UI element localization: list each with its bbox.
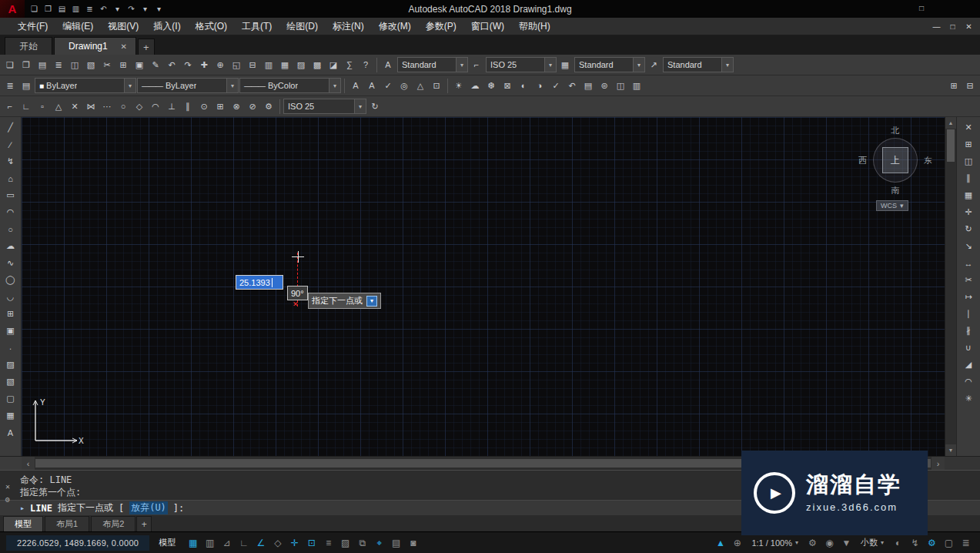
- chevron-down-icon[interactable]: ▾: [124, 79, 135, 92]
- selection-cycling-toggle[interactable]: ⧉: [354, 535, 370, 551]
- snap-nearest-icon[interactable]: ⊗: [229, 99, 244, 115]
- menu-insert[interactable]: 插入(I): [146, 18, 187, 35]
- dynamic-input-distance-field[interactable]: 25.1393: [236, 275, 283, 290]
- array-tool-icon[interactable]: ▦: [960, 187, 977, 203]
- hardware-acceleration-toggle[interactable]: ⚙: [924, 535, 940, 551]
- wcs-dropdown[interactable]: WCS ▾: [876, 200, 908, 211]
- undo-dropdown-icon[interactable]: ▾: [111, 2, 124, 15]
- dynamic-input-toggle[interactable]: ⌖: [371, 535, 387, 551]
- make-block-tool-icon[interactable]: ▣: [2, 323, 19, 339]
- sheet-set-manager-icon[interactable]: ▩: [309, 57, 325, 73]
- transparency-toggle[interactable]: ▨: [337, 535, 353, 551]
- chevron-down-icon[interactable]: ▾: [226, 79, 238, 92]
- style-icon[interactable]: ↗: [646, 57, 661, 73]
- property-combo-field[interactable]: ——— ByColor ▾: [239, 78, 341, 93]
- layout-tab-2[interactable]: 布局2: [91, 516, 135, 531]
- menu-dimension[interactable]: 标注(N): [326, 18, 371, 35]
- save-as-icon[interactable]: ▥: [69, 2, 82, 15]
- workspace-switching-toggle[interactable]: ⚙: [804, 535, 821, 551]
- properties-icon[interactable]: ▥: [261, 57, 276, 73]
- layer-filter-icon[interactable]: ▤: [18, 78, 34, 94]
- plot-preview-icon[interactable]: ◫: [67, 57, 82, 73]
- polyline-tool-icon[interactable]: ↯: [2, 153, 19, 169]
- snap-midpoint-icon[interactable]: △: [51, 99, 66, 115]
- designcenter-icon[interactable]: ▦: [277, 57, 293, 73]
- viewcube-south-label[interactable]: 南: [858, 185, 932, 196]
- clean-screen-toggle[interactable]: ▢: [941, 535, 957, 551]
- arc-tool-icon[interactable]: ◠: [2, 204, 19, 220]
- chevron-down-icon[interactable]: ▾: [633, 58, 644, 72]
- cut-icon[interactable]: ✂: [99, 57, 115, 73]
- layer-off-icon[interactable]: ☁: [467, 78, 483, 94]
- menu-draw[interactable]: 绘图(D): [279, 18, 325, 35]
- layer-states-icon[interactable]: ▤: [580, 78, 596, 94]
- layout-tab-1[interactable]: 布局1: [45, 516, 89, 531]
- scroll-down-icon[interactable]: ▼: [945, 444, 956, 456]
- offset-tool-icon[interactable]: ∥: [960, 170, 977, 186]
- isodraft-toggle[interactable]: ◇: [269, 535, 286, 551]
- properties-palette-icon[interactable]: ▥: [629, 78, 644, 94]
- multiline-text-tool-icon[interactable]: A: [2, 424, 19, 441]
- undo-option-link[interactable]: 放弃(U): [129, 501, 168, 514]
- fillet-tool-icon[interactable]: ◠: [960, 374, 977, 390]
- field-icon[interactable]: ⊡: [429, 78, 444, 94]
- markup-icon[interactable]: ◪: [326, 57, 341, 73]
- layer-previous-icon[interactable]: ↶: [564, 78, 580, 94]
- osnap-settings-icon[interactable]: ⚙: [261, 99, 276, 115]
- snap-from-icon[interactable]: ∟: [18, 99, 34, 115]
- style-combo-field[interactable]: Standard ▾: [397, 57, 468, 72]
- layer-on-icon[interactable]: ☀: [451, 78, 467, 94]
- viewcube-east-label[interactable]: 东: [924, 155, 932, 166]
- window-restore-icon[interactable]: □: [915, 2, 928, 14]
- chevron-down-icon[interactable]: ▾: [721, 58, 733, 72]
- stretch-tool-icon[interactable]: ↔: [960, 255, 977, 271]
- annotation-scale-combo[interactable]: 1:1 / 100% ▾: [747, 538, 803, 548]
- ungroup-icon[interactable]: ⊟: [962, 78, 978, 94]
- doc-close-button[interactable]: ✕: [962, 21, 975, 32]
- new-file-icon[interactable]: ❏: [28, 2, 41, 15]
- menu-file[interactable]: 文件(F): [11, 18, 55, 35]
- explode-tool-icon[interactable]: ✳: [960, 390, 977, 407]
- grid-toggle[interactable]: ▦: [185, 535, 201, 551]
- dynamic-input-angle-field[interactable]: 90°: [287, 286, 308, 300]
- viewcube-west-label[interactable]: 西: [858, 155, 867, 166]
- menu-view[interactable]: 视图(V): [101, 18, 145, 35]
- customization-toggle[interactable]: ≣: [958, 535, 974, 551]
- scale-tool-icon[interactable]: ↘: [960, 238, 977, 254]
- property-combo-field[interactable]: ■ ByLayer ▾: [35, 78, 136, 93]
- open-icon[interactable]: ❐: [18, 57, 34, 73]
- revision-cloud-tool-icon[interactable]: ☁: [2, 238, 19, 254]
- viewcube[interactable]: 北 西 东 南 上 WCS ▾: [858, 123, 932, 222]
- annotation-scale-icon[interactable]: △: [413, 78, 428, 94]
- table-tool-icon[interactable]: ▦: [2, 407, 19, 424]
- style-icon[interactable]: A: [380, 57, 396, 73]
- zoom-realtime-icon[interactable]: ⊕: [212, 57, 228, 73]
- scroll-right-icon[interactable]: ›: [932, 457, 945, 470]
- annotation-visibility-toggle[interactable]: ▲: [712, 535, 728, 551]
- layout-tab-model[interactable]: 模型: [3, 516, 43, 531]
- temporary-track-point-icon[interactable]: ⌐: [2, 99, 18, 115]
- snap-quadrant-icon[interactable]: ◇: [132, 99, 147, 115]
- snap-none-icon[interactable]: ⊘: [245, 99, 260, 115]
- chevron-down-icon[interactable]: ▾: [544, 58, 556, 72]
- spline-tool-icon[interactable]: ∿: [2, 255, 19, 271]
- snap-parallel-icon[interactable]: ∥: [180, 99, 196, 115]
- vertical-scrollbar[interactable]: ▲ ▼: [945, 117, 956, 456]
- snap-endpoint-icon[interactable]: ▫: [35, 99, 50, 115]
- layer-match-icon[interactable]: ◫: [613, 78, 628, 94]
- break-tool-icon[interactable]: ∦: [960, 323, 977, 339]
- save-file-icon[interactable]: ▤: [55, 2, 69, 15]
- undo-icon[interactable]: ↶: [164, 57, 179, 73]
- menu-tools[interactable]: 工具(T): [235, 18, 279, 35]
- mirror-tool-icon[interactable]: ◫: [960, 153, 977, 169]
- erase-tool-icon[interactable]: ✕: [960, 119, 977, 136]
- zoom-window-icon[interactable]: ◱: [229, 57, 244, 73]
- chevron-down-icon[interactable]: ▾: [354, 99, 366, 113]
- snap-intersection-icon[interactable]: ✕: [67, 99, 82, 115]
- chamfer-tool-icon[interactable]: ◢: [960, 357, 977, 373]
- autocad-logo[interactable]: A: [0, 0, 25, 18]
- close-icon[interactable]: ✕: [5, 482, 10, 491]
- single-line-text-icon[interactable]: A: [364, 78, 380, 94]
- ellipse-tool-icon[interactable]: ◯: [2, 272, 19, 288]
- infer-constraints-toggle[interactable]: ⊿: [219, 535, 235, 551]
